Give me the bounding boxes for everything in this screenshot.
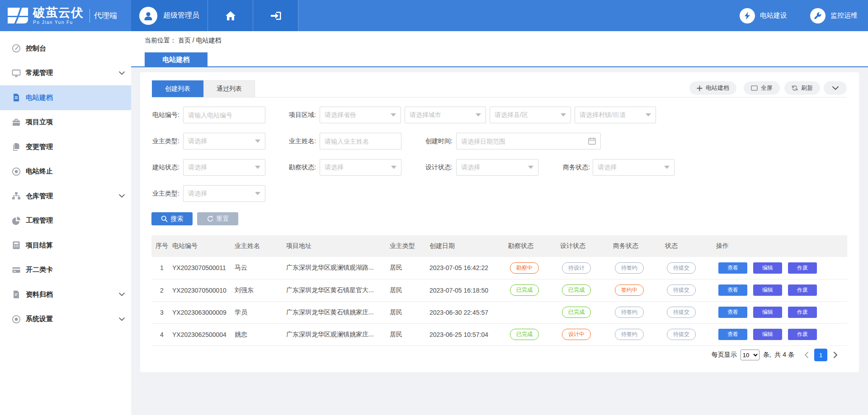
brand-title: 破茧云伏 xyxy=(33,6,84,19)
owner-type-select[interactable]: 请选择 xyxy=(183,133,265,149)
prev-page-button[interactable] xyxy=(801,350,811,360)
sidebar-item-label: 电站终止 xyxy=(26,167,53,176)
fullscreen-button[interactable]: 全屏 xyxy=(744,81,780,95)
nav-station-construction[interactable]: 电站建设 xyxy=(740,8,787,23)
stop-circle-icon xyxy=(12,167,21,176)
next-page-button[interactable] xyxy=(830,350,841,360)
station-no-label: 电站编号: xyxy=(140,107,179,123)
logout-button[interactable] xyxy=(253,0,298,31)
province-select-placeholder: 请选择省份 xyxy=(320,111,391,119)
void-button[interactable]: 作废 xyxy=(788,329,817,340)
cell-station_no: YX2023070500010 xyxy=(172,279,235,301)
status-pill: 待签约 xyxy=(615,307,644,318)
build-status-select[interactable]: 请选择 xyxy=(183,159,265,176)
view-button[interactable]: 查看 xyxy=(718,284,747,296)
void-button[interactable]: 作废 xyxy=(788,262,817,274)
page-tab-station-archive[interactable]: 电站建档 xyxy=(145,52,208,67)
cell-status: 待提交 xyxy=(665,257,716,279)
tab-create-list[interactable]: 创建列表 xyxy=(152,80,203,98)
create-time-input[interactable] xyxy=(457,133,588,149)
avatar xyxy=(139,7,157,25)
sidebar-item-7[interactable]: 仓库管理 xyxy=(0,184,131,209)
refresh-button[interactable]: 刷新 xyxy=(784,81,820,95)
sidebar-item-9[interactable]: 项目结算 xyxy=(0,233,131,258)
brand-logo-icon xyxy=(8,8,28,23)
table-row: 1YX2023070500011马云广东深圳龙华区观澜镇观湖路...居民2023… xyxy=(151,257,847,279)
cell-address: 广东深圳龙华区黄石镇姚家庄... xyxy=(286,301,390,323)
void-button[interactable]: 作废 xyxy=(788,284,817,296)
sidebar-item-6[interactable]: 电站终止 xyxy=(0,159,131,184)
breadcrumb-home[interactable]: 首页 xyxy=(178,37,191,44)
owner-type2-select[interactable]: 请选择 xyxy=(183,185,265,202)
chevron-down-icon xyxy=(119,194,125,198)
sidebar-item-12[interactable]: 系统设置 xyxy=(0,307,131,332)
cell-status: 待提交 xyxy=(665,323,716,345)
cell-actions: 查看编辑作废 xyxy=(716,301,847,323)
column-header: 勘察状态 xyxy=(508,235,560,257)
sidebar-item-label: 项目立项 xyxy=(26,118,53,126)
tab-approved-list[interactable]: 通过列表 xyxy=(203,80,255,98)
home-button[interactable] xyxy=(208,0,253,31)
page-number-button[interactable]: 1 xyxy=(814,349,827,361)
create-time-range-picker[interactable] xyxy=(456,133,601,149)
view-button[interactable]: 查看 xyxy=(718,307,747,318)
cell-station_no: YX2023062500004 xyxy=(172,323,235,345)
table-row: 2YX2023070500010刘强东广东深圳龙华区黄石镇星官大...居民202… xyxy=(151,279,847,301)
view-button[interactable]: 查看 xyxy=(718,329,747,340)
caret-down-icon xyxy=(646,113,651,117)
status-pill: 设计中 xyxy=(562,329,591,340)
reset-button[interactable]: 重置 xyxy=(197,212,238,225)
business-status-label: 商务状态: xyxy=(547,159,590,176)
topbar-right: 电站建设 监控运维 xyxy=(740,0,868,31)
collapse-toolbar-button[interactable] xyxy=(824,81,847,95)
user-menu[interactable]: 超级管理员 xyxy=(131,0,208,31)
status-pill: 已完成 xyxy=(510,329,539,340)
village-select[interactable]: 请选择村镇/街道 xyxy=(575,107,656,123)
sidebar-item-2[interactable]: 常规管理 xyxy=(0,61,131,86)
edit-button[interactable]: 编辑 xyxy=(753,262,782,274)
nav-monitor-ops[interactable]: 监控运维 xyxy=(810,8,858,23)
province-select[interactable]: 请选择省份 xyxy=(320,107,401,123)
edit-button[interactable]: 编辑 xyxy=(753,329,782,340)
sidebar-item-8[interactable]: 工程管理 xyxy=(0,209,131,233)
nav-station-construction-label: 电站建设 xyxy=(760,11,787,20)
survey-status-select[interactable]: 请选择 xyxy=(320,159,401,176)
cell-owner_type: 居民 xyxy=(390,301,429,323)
search-button[interactable]: 搜索 xyxy=(151,212,193,225)
brand-subtitle: Po Jian Yun Fu xyxy=(33,20,84,25)
lightning-icon xyxy=(740,8,755,23)
sidebar-item-3[interactable]: 电站建档 xyxy=(0,85,131,110)
design-status-select[interactable]: 请选择 xyxy=(456,159,538,176)
wrench-icon xyxy=(810,8,826,23)
warehouse-icon xyxy=(12,191,21,201)
owner-name-input[interactable] xyxy=(320,133,401,149)
station-no-input[interactable] xyxy=(184,107,265,123)
cell-address: 广东深圳龙华区观澜镇姚家庄... xyxy=(286,323,390,345)
column-header: 创建日期 xyxy=(429,235,508,257)
bank-card-icon xyxy=(12,266,21,275)
sidebar-item-10[interactable]: 开二类卡 xyxy=(0,258,131,283)
view-button[interactable]: 查看 xyxy=(718,262,747,274)
cell-owner_name: 姚忠 xyxy=(235,323,286,345)
business-status-select[interactable]: 请选择 xyxy=(593,159,675,176)
business-status-select-placeholder: 请选择 xyxy=(593,163,664,172)
refresh-label: 刷新 xyxy=(801,84,813,92)
void-button[interactable]: 作废 xyxy=(788,307,817,318)
city-select[interactable]: 请选择城市 xyxy=(405,107,486,123)
county-select[interactable]: 请选择县/区 xyxy=(490,107,571,123)
cell-created: 2023-07-05 16:42:22 xyxy=(429,257,508,279)
edit-button[interactable]: 编辑 xyxy=(753,284,782,296)
sidebar-item-4[interactable]: 项目立项 xyxy=(0,110,131,135)
sidebar-item-11[interactable]: 资料归档 xyxy=(0,282,131,307)
edit-button[interactable]: 编辑 xyxy=(753,307,782,318)
column-header: 项目地址 xyxy=(286,235,390,257)
caret-down-icon xyxy=(528,166,533,169)
per-page-select[interactable]: 10 xyxy=(741,350,760,360)
sidebar-item-5[interactable]: 变更管理 xyxy=(0,135,131,159)
sidebar-item-label: 资料归档 xyxy=(26,290,53,299)
create-station-button[interactable]: 电站建档 xyxy=(689,81,736,95)
sidebar-item-1[interactable]: 控制台 xyxy=(0,36,131,61)
per-page-prefix: 每页显示 xyxy=(712,351,737,359)
fullscreen-icon xyxy=(751,85,758,91)
per-page-suffix: 条, 共 4 条 xyxy=(763,351,794,359)
